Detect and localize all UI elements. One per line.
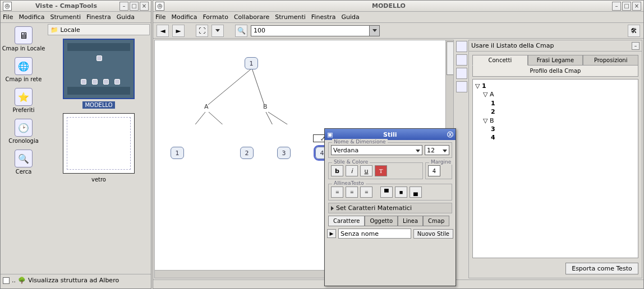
thumb-label: vetro <box>89 176 108 183</box>
nav-cmap-locale[interactable]: 🖥Cmap in Locale <box>1 26 47 52</box>
tab-oggetto[interactable]: Oggetto <box>365 216 398 226</box>
menu-formato[interactable]: Formato <box>203 13 228 21</box>
panel-icon-1[interactable] <box>456 41 467 52</box>
size-select[interactable]: 12 <box>425 145 449 155</box>
valign-top-button[interactable]: ▀ <box>380 187 393 198</box>
style-name-input[interactable]: Senza nome <box>338 229 411 239</box>
label-A[interactable]: A <box>204 103 209 110</box>
tree-icon: 🌳 <box>18 277 26 284</box>
nav-cronologia[interactable]: 🕑Cronologia <box>1 119 47 144</box>
new-style-button[interactable]: Nuovo Stile <box>413 229 453 239</box>
modello-menubar: File Modifica Formato Collaborare Strume… <box>153 12 643 23</box>
thumbnail-list: MODELLO vetro <box>47 36 151 274</box>
back-button[interactable]: ◄ <box>157 25 169 37</box>
tab-cmap[interactable]: Cmap <box>423 216 449 226</box>
node-c2[interactable]: 2 <box>240 147 254 159</box>
tab-frasi-legame[interactable]: Frasi Legame <box>528 55 583 66</box>
stili-titlebar[interactable]: ▣ Stili ⓧ <box>325 129 456 140</box>
tab-concetti[interactable]: Concetti <box>472 55 528 66</box>
panel-minimize-icon[interactable]: – <box>632 42 640 50</box>
stili-bottom-tabs: Carattere Oggetto Linea Cmap <box>328 216 452 226</box>
menu-modifica[interactable]: Modifica <box>19 13 44 21</box>
close-icon[interactable]: ⓧ <box>447 130 453 139</box>
viste-titlebar[interactable]: ◎ Viste - CmapTools – □ × <box>1 1 151 12</box>
scale-fit-button[interactable]: ⛶ <box>196 25 208 37</box>
menu-finestra[interactable]: Finestra <box>86 13 111 21</box>
panel-icon-4[interactable] <box>456 81 467 92</box>
zoom-input[interactable] <box>251 27 369 34</box>
text-color-button[interactable]: T <box>375 165 387 176</box>
node-c3[interactable]: 3 <box>277 147 291 159</box>
panel-icon-2[interactable] <box>456 54 467 66</box>
node-1[interactable]: 1 <box>245 57 258 69</box>
tree-node[interactable]: ▽ A <box>483 90 636 99</box>
menu-file[interactable]: File <box>155 13 165 21</box>
tree-node[interactable]: 3 <box>491 125 636 133</box>
menu-guida[interactable]: Guida <box>117 13 135 21</box>
modello-toolbar: ◄ ► ⛶ 🔍 🛠 <box>153 23 643 39</box>
svg-line-2 <box>177 112 205 124</box>
zoom-select[interactable] <box>251 25 380 36</box>
viste-menubar: File Modifica Strumenti Finestra Guida <box>1 12 151 23</box>
thumb-vetro[interactable]: vetro <box>62 113 135 183</box>
tree-node[interactable]: 2 <box>491 108 636 116</box>
locale-header[interactable]: 📁 Locale <box>48 24 150 35</box>
italic-button[interactable]: i <box>346 165 358 176</box>
viste-title: Viste - CmapTools <box>14 2 118 10</box>
listato-tabs: Concetti Frasi Legame Proposizioni <box>472 55 638 66</box>
scale-dropdown-icon[interactable] <box>211 25 224 37</box>
align-left-button[interactable]: ≡ <box>331 187 343 198</box>
tree-node[interactable]: ▽ 1 <box>475 82 636 90</box>
margin-input[interactable]: 4 <box>428 165 440 176</box>
nav-cmap-rete[interactable]: 🌐Cmap in rete <box>1 57 47 82</box>
underline-button[interactable]: u <box>360 165 372 176</box>
nav-preferiti[interactable]: ⭐Preferiti <box>1 88 47 113</box>
menu-file[interactable]: File <box>3 13 13 21</box>
chevron-down-icon[interactable] <box>369 26 379 36</box>
tab-carattere[interactable]: Carattere <box>328 216 365 226</box>
panel-icon-3[interactable] <box>456 68 467 79</box>
align-right-button[interactable]: ≡ <box>360 187 372 198</box>
listato-title: Usare il Listato della Cmap <box>471 42 554 49</box>
thumb-modello[interactable]: MODELLO <box>62 39 135 109</box>
viste-sidebar: 🖥Cmap in Locale 🌐Cmap in rete ⭐Preferiti… <box>1 23 47 274</box>
align-center-button[interactable]: ≡ <box>346 187 358 198</box>
maximize-button[interactable]: □ <box>622 2 631 11</box>
menu-strumenti[interactable]: Strumenti <box>50 13 81 21</box>
tree-view-checkbox[interactable] <box>3 277 10 284</box>
node-c1[interactable]: 1 <box>171 147 184 159</box>
valign-bottom-button[interactable]: ▄ <box>410 187 422 198</box>
tools-icon[interactable]: 🛠 <box>628 25 640 37</box>
menu-finestra[interactable]: Finestra <box>311 13 336 21</box>
zoom-icon[interactable]: 🔍 <box>235 25 247 37</box>
tree-node[interactable]: 1 <box>491 99 636 108</box>
valign-middle-button[interactable]: ■ <box>395 187 407 198</box>
modello-titlebar[interactable]: ◎ MODELLO – □ × <box>153 1 643 12</box>
nav-cerca[interactable]: 🔍Cerca <box>1 150 47 175</box>
svg-line-1 <box>252 68 264 105</box>
tree-node[interactable]: ▽ B <box>483 116 636 125</box>
menu-guida[interactable]: Guida <box>341 13 359 21</box>
minimize-button[interactable]: – <box>119 2 128 11</box>
maximize-button[interactable]: □ <box>130 2 139 11</box>
section-label: Stile & Colore <box>332 159 370 165</box>
math-chars-expander[interactable]: Set Caratteri Matematici <box>328 203 452 213</box>
close-button[interactable]: × <box>140 2 149 11</box>
tree-node[interactable]: 4 <box>491 133 636 142</box>
thumb-label: MODELLO <box>82 101 114 109</box>
menu-modifica[interactable]: Modifica <box>171 13 197 21</box>
tab-proposizioni[interactable]: Proposizioni <box>583 55 638 66</box>
bold-button[interactable]: b <box>331 165 343 176</box>
minimize-button[interactable]: – <box>612 2 621 11</box>
export-text-button[interactable]: Esporta come Testo <box>565 263 638 274</box>
close-button[interactable]: × <box>632 2 641 11</box>
window-menu-icon[interactable]: ▣ <box>327 131 333 138</box>
font-select[interactable]: Verdana <box>331 145 422 155</box>
play-icon[interactable]: ▶ <box>327 229 336 238</box>
menu-strumenti[interactable]: Strumenti <box>275 13 306 21</box>
listato-tree[interactable]: ▽ 1▽ A12▽ B34 <box>472 79 638 258</box>
forward-button[interactable]: ► <box>172 25 185 37</box>
label-B[interactable]: B <box>263 103 268 110</box>
menu-collaborare[interactable]: Collaborare <box>234 13 269 21</box>
tab-linea[interactable]: Linea <box>398 216 423 226</box>
